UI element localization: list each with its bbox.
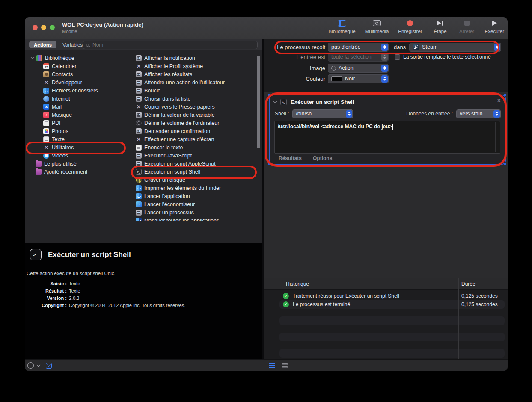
sidebar-library-item[interactable]: Internet bbox=[25, 95, 133, 103]
history-row[interactable]: Traitement réussi pour Exécuter un scrip… bbox=[279, 292, 505, 300]
popup-stepper-icon bbox=[381, 53, 388, 61]
automator-icon bbox=[136, 71, 142, 77]
action-list-item[interactable]: Définir le volume de l'ordinateur bbox=[133, 119, 257, 127]
actions-list: Afficher la notification Afficher le Pro… bbox=[133, 54, 257, 221]
sidebar-library-item[interactable]: Vidéos bbox=[25, 151, 133, 160]
action-list-item[interactable]: Attendre une action de l'utilisateur bbox=[133, 78, 257, 86]
duration-column-divider[interactable] bbox=[458, 278, 459, 359]
log-list-view-icon[interactable] bbox=[269, 363, 275, 364]
chevron-down-icon[interactable] bbox=[37, 363, 40, 367]
search-field[interactable] bbox=[83, 41, 258, 49]
action-list-item[interactable]: Afficher les résultats bbox=[133, 70, 257, 78]
sidebar-library-item[interactable]: Calendrier bbox=[25, 62, 133, 70]
toolbar-button[interactable]: Exécuter bbox=[485, 19, 504, 34]
sidebar-library-item[interactable]: Ajouté récemment bbox=[25, 168, 133, 176]
close-block-icon[interactable]: × bbox=[497, 97, 501, 104]
action-list-item[interactable]: Copier vers le Presse-papiers bbox=[133, 103, 257, 111]
action-list-item[interactable]: Lancer un processus bbox=[133, 208, 257, 216]
automator-icon bbox=[136, 153, 142, 159]
action-list-item[interactable]: Définir la valeur de la variable bbox=[133, 111, 257, 119]
popup-stepper-icon bbox=[381, 65, 388, 72]
action-list-item[interactable]: Lancer l'application bbox=[133, 192, 257, 200]
step-toolbar-icon bbox=[437, 21, 443, 26]
sidebar-library-item[interactable]: Photos bbox=[25, 127, 133, 135]
action-list-item[interactable]: Exécuter un script Shell bbox=[133, 168, 257, 176]
minimize-window-button[interactable] bbox=[41, 25, 46, 30]
output-replaces-checkbox[interactable] bbox=[395, 54, 400, 60]
tab-actions[interactable]: Actions bbox=[29, 41, 56, 48]
selection-handle[interactable] bbox=[504, 94, 506, 96]
input-type-popup[interactable]: pas d'entrée bbox=[328, 43, 389, 52]
action-list-item[interactable]: Afficher le Profil système bbox=[133, 62, 257, 70]
automator-icon bbox=[136, 112, 142, 118]
panel-view-icon[interactable] bbox=[282, 363, 288, 368]
action-list-item[interactable]: Graver un disque bbox=[133, 176, 257, 184]
action-list-item[interactable]: Effectuer une capture d'écran bbox=[133, 135, 257, 143]
sidebar-library-item[interactable]: Musique bbox=[25, 111, 133, 119]
toolbar-button[interactable]: Étape bbox=[432, 19, 449, 34]
sidebar-library-item[interactable]: Utilitaires bbox=[25, 143, 133, 151]
field-value: Texte bbox=[69, 281, 80, 286]
sidebar-library-item[interactable]: Bibliothèque bbox=[25, 54, 133, 62]
automator-window: WOL PC-de-jeu (Action rapide) Modifié Bi… bbox=[25, 17, 508, 371]
shell-script-editor[interactable]: /usr/local/bin/wol <adresse MAC du PC de… bbox=[274, 121, 500, 154]
color-label: Couleur bbox=[264, 76, 325, 82]
sidebar-library-item[interactable]: Mail bbox=[25, 103, 133, 111]
action-list-item[interactable]: Boucle bbox=[133, 86, 257, 95]
sidebar-library-item[interactable]: Contacts bbox=[25, 70, 133, 78]
run-toolbar-icon bbox=[492, 21, 497, 26]
toolbar-button[interactable]: Bibliothèque bbox=[328, 19, 355, 34]
shell-label: Shell : bbox=[275, 111, 289, 117]
collapse-chevron-icon[interactable] bbox=[273, 99, 277, 103]
zoom-window-button[interactable] bbox=[50, 25, 55, 30]
sidebar-library-item[interactable]: Le plus utilisé bbox=[25, 160, 133, 168]
automator-icon bbox=[136, 88, 142, 94]
variables-toggle-icon[interactable] bbox=[46, 363, 52, 369]
toolbar-button[interactable]: Multimédia bbox=[365, 19, 389, 34]
block-controls: Shell : /bin/sh Données en entrée : vers… bbox=[275, 109, 501, 118]
application-popup[interactable]: Steam bbox=[409, 43, 501, 52]
popup-stepper-icon bbox=[494, 44, 500, 51]
actions-list-scrollbar[interactable] bbox=[257, 56, 260, 148]
tab-variables[interactable]: Variables bbox=[62, 42, 83, 47]
close-window-button[interactable] bbox=[33, 25, 38, 30]
history-row[interactable]: Le processus est terminé 0,125 secondes bbox=[279, 300, 505, 309]
results-link[interactable]: Résultats bbox=[279, 155, 302, 161]
sidebar-library-item[interactable]: PDF bbox=[25, 119, 133, 127]
popup-stepper-icon bbox=[493, 110, 500, 118]
search-input[interactable] bbox=[92, 41, 254, 48]
globe-icon bbox=[43, 96, 49, 102]
run-shell-script-block[interactable]: Exécuter un script Shell × Shell : /bin/… bbox=[270, 95, 505, 164]
action-list-item[interactable]: Exécuter un script AppleScript bbox=[133, 160, 257, 168]
sidebar-library-item[interactable]: Fichiers et dossiers bbox=[25, 86, 133, 95]
toolbar-button[interactable]: Arrêter bbox=[458, 19, 476, 34]
music-icon bbox=[43, 112, 49, 118]
action-list-item[interactable]: Lancer l'économiseur bbox=[133, 200, 257, 208]
input-data-popup[interactable]: vers stdin bbox=[456, 109, 501, 118]
action-list-item[interactable]: Afficher la notification bbox=[133, 54, 257, 62]
selection-handle[interactable] bbox=[504, 163, 506, 165]
history-header-label: Historique bbox=[286, 281, 309, 287]
history-empty-row bbox=[279, 349, 505, 358]
image-popup[interactable]: Action bbox=[328, 64, 389, 73]
toolbar-button[interactable]: Enregistrer bbox=[398, 19, 422, 34]
duration-header-label: Durée bbox=[461, 281, 476, 287]
shell-popup[interactable]: /bin/sh bbox=[292, 109, 353, 118]
action-list-item[interactable]: Énoncer le texte bbox=[133, 143, 257, 151]
action-list-item[interactable]: Choisir dans la liste bbox=[133, 95, 257, 103]
disclosure-chevron-icon[interactable] bbox=[31, 56, 34, 59]
color-popup[interactable]: Noir bbox=[328, 74, 389, 83]
more-options-icon[interactable] bbox=[27, 362, 34, 369]
selection-handle[interactable] bbox=[268, 163, 270, 165]
popup-stepper-icon bbox=[381, 44, 388, 51]
selection-handle[interactable] bbox=[268, 94, 270, 96]
sidebar-library-item[interactable]: Texte bbox=[25, 135, 133, 143]
action-list-item[interactable]: Masquer toutes les applications bbox=[133, 216, 257, 221]
action-list-item[interactable]: Imprimer les éléments du Finder bbox=[133, 184, 257, 192]
quick-action-inspector: Le processus reçoit pas d'entrée dans St… bbox=[264, 39, 508, 92]
action-list-item[interactable]: Demander une confirmation bbox=[133, 127, 257, 135]
textdoc-icon bbox=[136, 145, 142, 151]
sidebar-library-item[interactable]: Développeur bbox=[25, 78, 133, 86]
options-link[interactable]: Options bbox=[313, 155, 332, 161]
action-list-item[interactable]: Exécuter JavaScript bbox=[133, 151, 257, 160]
